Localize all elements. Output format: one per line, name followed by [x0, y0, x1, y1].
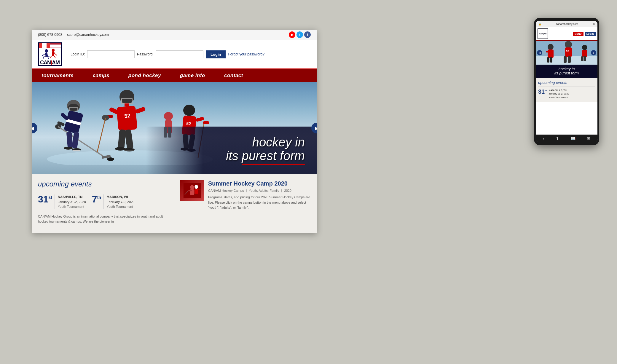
svg-rect-38: [135, 106, 146, 114]
svg-text:52: 52: [124, 113, 131, 119]
mobile-hero-image: 52: [536, 41, 597, 65]
mobile-right-arrow[interactable]: ▶: [591, 50, 596, 55]
svg-point-69: [548, 44, 554, 50]
svg-point-6: [52, 49, 55, 52]
mobile-lock-icon: 🔒: [538, 23, 541, 25]
svg-point-79: [582, 45, 587, 50]
hero-line2: its purest form: [226, 149, 305, 163]
logo-text: CAN|AM: [40, 60, 60, 65]
svg-line-10: [54, 53, 57, 55]
svg-rect-48: [195, 117, 204, 122]
event-1-details: NASHVILLE, TN January 31-2, 2020 Youth T…: [55, 194, 86, 209]
mobile-header: CAN|AM MENU LOGIN: [536, 27, 597, 41]
nav-contact[interactable]: contact: [215, 69, 253, 82]
svg-rect-62: [189, 190, 192, 191]
mobile-logo: CAN|AM: [538, 28, 548, 39]
content-area: upcoming events 31st NASHVILLE, TN Janua…: [32, 174, 317, 233]
logo-icon: [41, 48, 59, 59]
post-info: Summer Hockey Camp 2020 CAN/AM Hockey Ca…: [208, 180, 311, 210]
svg-rect-72: [547, 57, 549, 63]
password-label: Password:: [137, 52, 154, 56]
svg-text:52: 52: [566, 50, 569, 53]
nav-tournaments[interactable]: tournaments: [32, 69, 83, 82]
nav-camps[interactable]: camps: [83, 69, 119, 82]
svg-point-13: [68, 104, 79, 111]
post-meta: CAN/AM Hockey Camps | Youth, Adults, Fam…: [208, 189, 311, 192]
mobile-bottom-bar: ‹ ⬆ 📖 ⊞: [536, 135, 597, 142]
mobile-upcoming-title: upcoming events: [538, 80, 595, 85]
svg-point-60: [190, 185, 194, 190]
mobile-menu-button[interactable]: MENU: [573, 32, 583, 36]
left-content: upcoming events 31st NASHVILLE, TN Janua…: [32, 174, 174, 233]
mobile-device: 🔒 canamhockey.com ↻ CAN|AM MENU LOGIN: [534, 18, 599, 145]
password-input[interactable]: [156, 50, 203, 58]
login-id-input[interactable]: [87, 50, 135, 58]
nav-game-info[interactable]: game info: [170, 69, 215, 82]
mobile-address-bar: 🔒 canamhockey.com ↻: [536, 21, 597, 27]
mobile-url: canamhockey.com: [543, 23, 591, 25]
mobile-left-arrow[interactable]: ◀: [537, 50, 542, 55]
phone-number: (800) 678-0908: [38, 33, 62, 37]
hero-line1: hockey in: [252, 135, 305, 149]
login-button[interactable]: Login: [206, 50, 226, 58]
login-id-label: Login ID:: [71, 52, 85, 56]
svg-rect-78: [568, 56, 571, 63]
svg-rect-73: [550, 57, 552, 63]
svg-point-0: [45, 49, 48, 52]
mobile-hero-banner: hockey in its purest form: [536, 65, 597, 78]
logo-area: CAN|AM: [38, 42, 62, 66]
hero-underline: [242, 164, 305, 165]
post-excerpt: Programs, dates, and pricing for our 202…: [208, 195, 311, 210]
hero-section: 52: [32, 82, 317, 174]
mobile-event-date: 31st: [538, 89, 547, 95]
svg-line-9: [54, 56, 55, 58]
svg-rect-66: [198, 189, 200, 190]
top-bar: (800) 678-0908 score@canamhockey.com ▶ t…: [32, 30, 317, 40]
youtube-icon[interactable]: ▶: [289, 31, 295, 38]
featured-post: Summer Hockey Camp 2020 CAN/AM Hockey Ca…: [180, 180, 311, 210]
mobile-share-icon[interactable]: ⬆: [556, 136, 559, 141]
event-item-1: 31st NASHVILLE, TN January 31-2, 2020 Yo…: [38, 194, 86, 209]
svg-point-74: [565, 41, 572, 48]
mobile-grid-icon[interactable]: ⊞: [587, 136, 590, 141]
mobile-upcoming: upcoming events 31st NASHVILLE, TN Janua…: [536, 78, 597, 102]
right-content: Summer Hockey Camp 2020 CAN/AM Hockey Ca…: [174, 174, 317, 233]
event-item-2: 7th MADISON, WI February 7-9, 2020 Youth…: [92, 194, 135, 209]
post-title[interactable]: Summer Hockey Camp 2020: [208, 180, 311, 187]
nav-pond-hockey[interactable]: pond hockey: [119, 69, 170, 82]
facebook-icon[interactable]: f: [304, 31, 311, 38]
login-fields: Login ID: Password: Login Forgot your pa…: [71, 50, 264, 58]
mobile-hero: 52 ◀ ▶: [536, 41, 597, 65]
hero-text: hockey in its purest form: [226, 135, 305, 165]
mobile-event-item: 31st NASHVILLE, TN January 31-2, 2020 Yo…: [538, 87, 595, 99]
svg-text:52: 52: [186, 121, 191, 126]
mobile-nav-buttons: MENU LOGIN: [573, 32, 596, 36]
svg-rect-77: [564, 56, 567, 63]
event-1-date: 31st: [38, 194, 52, 204]
events-list: 31st NASHVILLE, TN January 31-2, 2020 Yo…: [38, 194, 168, 209]
twitter-icon[interactable]: t: [296, 31, 303, 38]
svg-rect-31: [125, 103, 129, 106]
contact-info: (800) 678-0908 score@canamhockey.com: [38, 33, 109, 37]
logo-box: CAN|AM: [38, 42, 62, 66]
left-arrow-icon: ◀: [32, 125, 34, 131]
svg-rect-1: [45, 52, 48, 57]
event-2-details: MADISON, WI February 7-9, 2020 Youth Tou…: [103, 194, 135, 209]
mobile-bookmark-icon[interactable]: 📖: [570, 136, 575, 141]
svg-rect-65: [194, 189, 198, 194]
divider: [38, 192, 168, 192]
upcoming-events-title: upcoming events: [38, 180, 168, 188]
mobile-refresh-icon[interactable]: ↻: [593, 22, 595, 25]
mobile-hero-text: hockey in its purest form: [538, 67, 595, 76]
forgot-password-link[interactable]: Forgot your password?: [228, 52, 264, 56]
mobile-back-icon[interactable]: ‹: [543, 136, 544, 141]
svg-point-45: [183, 105, 195, 116]
flag-usa: [50, 43, 61, 48]
login-bar: CAN|AM Login ID: Password: Login Forgot …: [32, 40, 317, 69]
mobile-event-details: NASHVILLE, TN January 31-2, 2020 Youth T…: [549, 89, 569, 99]
social-icons: ▶ t f: [289, 31, 311, 38]
email-address: score@canamhockey.com: [67, 33, 109, 37]
mobile-login-button[interactable]: LOGIN: [585, 32, 596, 36]
svg-rect-81: [581, 56, 583, 61]
svg-point-55: [164, 112, 173, 120]
